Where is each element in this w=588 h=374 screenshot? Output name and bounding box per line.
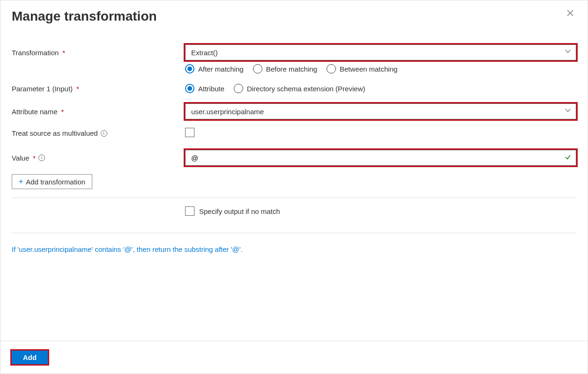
control-matching: After matching Before matching Between m… [185, 64, 576, 73]
specify-output-checkbox[interactable] [185, 206, 194, 216]
required-star: * [76, 85, 79, 93]
attribute-name-select-value: user.userprincipalname [191, 108, 264, 116]
control-value [185, 150, 576, 166]
required-star: * [61, 108, 64, 116]
row-matching-type: After matching Before matching Between m… [12, 64, 576, 73]
label-transformation: Transformation * [12, 49, 185, 57]
row-multivalued: Treat source as multivalued i [12, 128, 576, 139]
parameter1-radio-group: Attribute Directory schema extension (Pr… [185, 84, 576, 93]
manage-transformation-panel: Manage transformation Transformation * E… [0, 0, 588, 374]
panel-header: Manage transformation [0, 0, 588, 28]
chevron-down-icon [565, 48, 571, 56]
label-multivalued-text: Treat source as multivalued [12, 129, 98, 137]
radio-circle [234, 84, 243, 93]
control-parameter1: Attribute Directory schema extension (Pr… [185, 84, 576, 93]
panel-footer: Add [0, 341, 588, 374]
divider [12, 198, 576, 198]
divider [12, 233, 576, 233]
label-attribute-name: Attribute name * [12, 108, 185, 116]
panel-title: Manage transformation [12, 9, 157, 24]
label-value-text: Value [12, 154, 29, 162]
required-star: * [33, 154, 36, 162]
label-attribute-name-text: Attribute name [12, 108, 58, 116]
radio-circle [253, 64, 262, 73]
radio-directory-schema-extension[interactable]: Directory schema extension (Preview) [234, 84, 365, 93]
radio-dot [187, 66, 192, 71]
label-parameter1-text: Parameter 1 (Input) [12, 85, 73, 93]
plus-icon: + [19, 177, 23, 186]
radio-circle-selected [185, 64, 194, 73]
control-multivalued [185, 128, 576, 139]
panel-content: Transformation * Extract() After [0, 28, 588, 341]
label-multivalued: Treat source as multivalued i [12, 129, 185, 137]
add-transformation-button-label: Add transformation [26, 178, 85, 186]
radio-after-matching[interactable]: After matching [185, 64, 244, 73]
row-parameter1: Parameter 1 (Input) * Attribute Director… [12, 84, 576, 93]
checkmark-icon [565, 154, 571, 162]
radio-before-matching[interactable]: Before matching [253, 64, 317, 73]
add-transformation-row: + Add transformation [12, 174, 576, 189]
radio-attribute-label: Attribute [198, 85, 224, 93]
label-transformation-text: Transformation [12, 49, 59, 57]
value-input-wrapper [185, 150, 576, 166]
required-star: * [62, 49, 65, 57]
multivalued-checkbox[interactable] [185, 128, 194, 137]
close-icon[interactable] [564, 9, 576, 19]
info-icon[interactable]: i [38, 154, 45, 161]
specify-output-label: Specify output if no match [199, 207, 280, 215]
radio-between-matching-label: Between matching [340, 65, 397, 73]
control-attribute-name: user.userprincipalname [185, 103, 576, 119]
radio-circle [327, 64, 336, 73]
value-input[interactable] [191, 154, 559, 162]
row-attribute-name: Attribute name * user.userprincipalname [12, 103, 576, 119]
transformation-summary: If 'user.userprincipalname' contains '@'… [12, 242, 576, 264]
radio-dot [187, 86, 192, 91]
transformation-select[interactable]: Extract() [185, 44, 576, 60]
matching-radio-group: After matching Before matching Between m… [185, 64, 576, 73]
radio-between-matching[interactable]: Between matching [327, 64, 397, 73]
add-button[interactable]: Add [12, 351, 48, 364]
row-transformation: Transformation * Extract() [12, 44, 576, 60]
control-transformation: Extract() [185, 44, 576, 60]
radio-directory-schema-extension-label: Directory schema extension (Preview) [247, 85, 365, 93]
chevron-down-icon [565, 107, 571, 115]
add-button-highlight: Add [12, 351, 48, 364]
radio-before-matching-label: Before matching [266, 65, 317, 73]
label-value: Value * i [12, 154, 185, 162]
radio-circle-selected [185, 84, 194, 93]
row-value: Value * i [12, 150, 576, 166]
row-specify-output: Specify output if no match [12, 206, 576, 216]
add-transformation-button[interactable]: + Add transformation [12, 174, 92, 189]
transformation-select-value: Extract() [191, 49, 218, 57]
label-parameter1: Parameter 1 (Input) * [12, 85, 185, 93]
attribute-name-select[interactable]: user.userprincipalname [185, 103, 576, 119]
radio-after-matching-label: After matching [198, 65, 244, 73]
radio-attribute[interactable]: Attribute [185, 84, 224, 93]
info-icon[interactable]: i [101, 130, 107, 137]
